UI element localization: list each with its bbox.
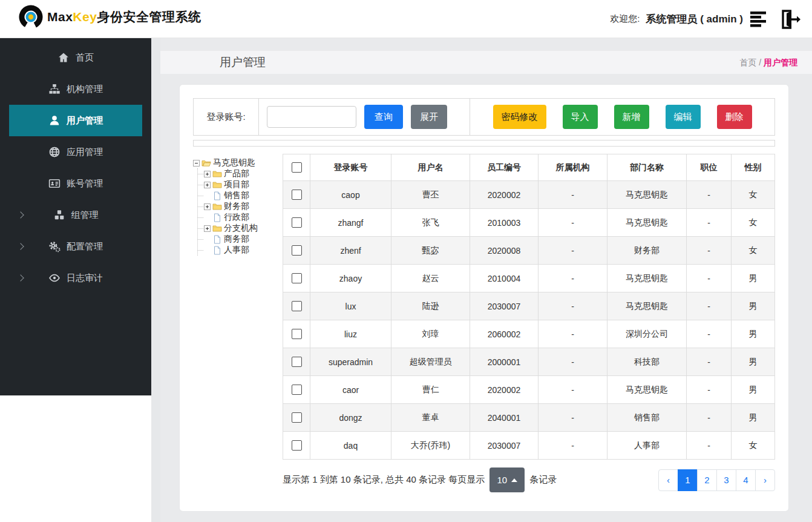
sidebar-item-config[interactable]: 配置管理 <box>0 231 151 262</box>
query-button[interactable]: 查询 <box>364 105 403 129</box>
users-table: 登录账号用户名员工编号所属机构部门名称职位性别 caop曹丕2020002-马克… <box>283 154 775 460</box>
add-button[interactable]: 新增 <box>614 105 649 129</box>
collapse-expander-icon[interactable] <box>193 160 200 167</box>
sidebar-item-org[interactable]: 机构管理 <box>0 73 151 105</box>
page-button-1[interactable]: 1 <box>678 469 698 491</box>
tree-node[interactable]: 产品部 <box>204 168 283 179</box>
table-row[interactable]: superadmin超级管理员2000001-科技部-男 <box>283 348 775 376</box>
tree-node[interactable]: 分支机构 <box>204 223 283 234</box>
table-cell: 陆逊 <box>391 292 470 320</box>
table-cell: - <box>687 404 732 432</box>
table-cell: 2000001 <box>470 348 539 376</box>
delete-button[interactable]: 删除 <box>717 105 752 129</box>
table-cell: 甄宓 <box>391 237 470 265</box>
select-all-checkbox[interactable] <box>292 162 302 173</box>
expand-button[interactable]: 展开 <box>411 105 447 129</box>
table-cell: 女 <box>732 181 775 209</box>
sidebar-item-label: 组管理 <box>71 210 99 221</box>
next-page-button[interactable]: › <box>755 469 775 491</box>
row-checkbox[interactable] <box>292 273 302 283</box>
row-checkbox[interactable] <box>292 301 302 311</box>
tree-node[interactable]: 行政部 <box>204 212 283 223</box>
table-cell: caop <box>310 181 391 209</box>
page-button-4[interactable]: 4 <box>736 469 756 491</box>
page-button-3[interactable]: 3 <box>716 469 736 491</box>
sidebar-item-user[interactable]: 用户管理 <box>9 105 142 136</box>
sidebar-item-audit[interactable]: 日志审计 <box>0 262 151 294</box>
logout-icon[interactable] <box>777 7 801 31</box>
tree-node[interactable]: 项目部 <box>204 179 283 190</box>
sidebar-item-app[interactable]: 应用管理 <box>0 136 151 168</box>
row-checkbox[interactable] <box>292 329 302 339</box>
table-cell: - <box>687 265 732 292</box>
table-row[interactable]: caop曹丕2020002-马克思钥匙-女 <box>283 181 775 209</box>
table-row[interactable]: daq大乔(乔玮)2030007-人事部-女 <box>283 432 775 460</box>
page-size-value: 10 <box>497 475 507 485</box>
menu-list-icon[interactable] <box>749 9 771 30</box>
table-row[interactable]: lux陆逊2030007-马克思钥匙-男 <box>283 292 775 320</box>
password-modify-button[interactable]: 密码修改 <box>493 105 546 129</box>
sidebar-item-group[interactable]: 组管理 <box>0 199 151 231</box>
login-account-input[interactable] <box>267 106 356 128</box>
row-checkbox[interactable] <box>292 412 302 423</box>
breadcrumb-home-link[interactable]: 首页 <box>739 58 756 67</box>
table-cell: 男 <box>732 348 775 376</box>
table-cell: 马克思钥匙 <box>607 292 687 320</box>
page-button-2[interactable]: 2 <box>697 469 717 491</box>
table-cell: 赵云 <box>391 265 470 292</box>
tree-node-label: 商务部 <box>224 234 249 245</box>
table-cell: caor <box>310 376 391 404</box>
table-row[interactable]: dongz董卓2040001-销售部-男 <box>283 404 775 432</box>
tree-node[interactable]: 商务部 <box>204 234 283 245</box>
table-row[interactable]: zhangf张飞2010003-马克思钥匙-女 <box>283 209 775 237</box>
table-cell: 男 <box>732 265 775 292</box>
table-cell: 2020002 <box>470 181 539 209</box>
tree-node-root[interactable]: 马克思钥匙 <box>193 157 283 168</box>
table-area: 登录账号用户名员工编号所属机构部门名称职位性别 caop曹丕2020002-马克… <box>283 154 775 492</box>
table-cell: 男 <box>732 292 775 320</box>
breadcrumb-separator: / <box>756 58 764 67</box>
row-checkbox[interactable] <box>292 245 302 256</box>
table-row[interactable]: zhenf甄宓2020008-财务部-女 <box>283 237 775 265</box>
table-cell: 马克思钥匙 <box>607 209 687 237</box>
search-section: 登录账号: 查询 展开 <box>194 99 470 135</box>
column-header: 职位 <box>687 154 732 181</box>
expand-expander-icon[interactable] <box>204 203 211 210</box>
row-checkbox[interactable] <box>292 190 302 200</box>
caret-up-icon <box>511 478 517 482</box>
table-cell: - <box>539 320 607 348</box>
sidebar-item-label: 日志审计 <box>67 273 103 284</box>
expand-expander-icon[interactable] <box>204 182 211 188</box>
row-checkbox[interactable] <box>292 357 302 367</box>
table-cell: - <box>687 348 732 376</box>
expand-expander-icon[interactable] <box>204 225 211 232</box>
column-header: 部门名称 <box>607 154 687 181</box>
prev-page-button[interactable]: ‹ <box>658 469 678 491</box>
table-cell: - <box>539 376 607 404</box>
row-checkbox[interactable] <box>292 440 302 451</box>
table-row[interactable]: caor曹仁2020002-马克思钥匙-男 <box>283 376 775 404</box>
table-row[interactable]: liuz刘璋2060002-深圳分公司-男 <box>283 320 775 348</box>
tree-node[interactable]: 人事部 <box>204 245 283 256</box>
sidebar-item-account[interactable]: 账号管理 <box>0 168 151 199</box>
row-checkbox[interactable] <box>292 217 302 228</box>
edit-button[interactable]: 编辑 <box>666 105 701 129</box>
import-button[interactable]: 导入 <box>563 105 598 129</box>
table-cell: - <box>539 209 607 237</box>
sidebar-item-home[interactable]: 首页 <box>0 42 151 73</box>
table-row[interactable]: zhaoy赵云2010004-马克思钥匙-男 <box>283 265 775 292</box>
expand-expander-icon[interactable] <box>204 171 211 177</box>
table-cell: 人事部 <box>607 432 687 460</box>
tree-node[interactable]: 销售部 <box>204 190 283 201</box>
tree-node-label: 产品部 <box>224 168 249 179</box>
table-cell: 男 <box>732 404 775 432</box>
page-size-dropdown[interactable]: 10 <box>489 467 525 492</box>
home-icon <box>57 51 70 64</box>
table-cell: lux <box>310 292 391 320</box>
brand-logo-icon <box>18 4 45 30</box>
gears-icon <box>48 240 61 253</box>
breadcrumb: 首页 / 用户管理 <box>739 51 797 74</box>
page-title-bar: 用户管理 首页 / 用户管理 <box>160 51 812 74</box>
tree-node[interactable]: 财务部 <box>204 201 283 212</box>
row-checkbox[interactable] <box>292 385 302 395</box>
